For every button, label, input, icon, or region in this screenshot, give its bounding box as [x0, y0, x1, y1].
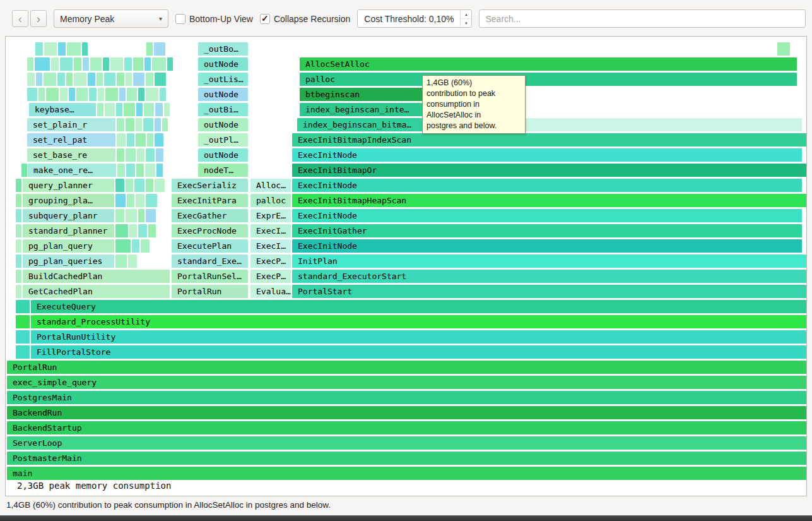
- flame-frame[interactable]: [146, 148, 155, 162]
- flame-frame[interactable]: _outBi…: [198, 103, 248, 116]
- flame-frame[interactable]: [83, 57, 89, 71]
- flame-frame[interactable]: BuildCachedPlan: [23, 270, 170, 283]
- flame-frame[interactable]: _outPl…: [198, 133, 248, 147]
- flame-frame[interactable]: [117, 148, 124, 162]
- flame-frame[interactable]: ExprE…: [250, 209, 291, 222]
- flame-frame[interactable]: [513, 118, 802, 131]
- flame-frame[interactable]: subquery_planr: [23, 209, 114, 222]
- flame-frame[interactable]: [90, 57, 102, 71]
- forward-button[interactable]: ›: [30, 10, 47, 27]
- flame-frame[interactable]: ExecP…: [250, 270, 291, 283]
- flame-frame[interactable]: [127, 194, 134, 207]
- flame-frame[interactable]: [117, 133, 126, 147]
- flame-frame[interactable]: [16, 315, 30, 328]
- flame-frame[interactable]: [127, 88, 137, 101]
- flame-frame[interactable]: ExecInitBitmapIndexScan: [292, 133, 806, 147]
- flame-frame[interactable]: [116, 103, 122, 116]
- spin-down-button[interactable]: ▼: [461, 19, 471, 27]
- flame-frame[interactable]: [155, 179, 165, 192]
- flame-frame[interactable]: [16, 209, 21, 222]
- flame-frame[interactable]: [105, 88, 118, 101]
- flame-frame[interactable]: [27, 57, 33, 71]
- checkbox-box[interactable]: ✓: [260, 14, 270, 24]
- flame-frame[interactable]: AllocSetAlloc: [300, 57, 797, 71]
- flame-frame[interactable]: [67, 42, 81, 56]
- flame-frame[interactable]: [104, 73, 115, 86]
- flame-frame[interactable]: PortalRunUtility: [31, 330, 806, 344]
- flame-frame[interactable]: [16, 300, 30, 313]
- flame-frame[interactable]: [110, 57, 123, 71]
- flame-frame[interactable]: [126, 73, 132, 86]
- flame-frame[interactable]: [129, 224, 137, 237]
- flame-frame[interactable]: PostgresMain: [7, 391, 806, 404]
- flame-frame[interactable]: [127, 133, 134, 147]
- flame-frame[interactable]: standard_Exe…: [172, 255, 248, 268]
- flame-frame[interactable]: ExecuteQuery: [31, 300, 806, 313]
- flame-frame[interactable]: query_planner: [23, 179, 114, 192]
- flame-frame[interactable]: [138, 224, 147, 237]
- flame-frame[interactable]: ExecInitGather: [292, 224, 802, 237]
- flame-frame[interactable]: [66, 73, 73, 86]
- flame-frame[interactable]: [144, 103, 154, 116]
- flame-frame[interactable]: exec_simple_query: [7, 376, 806, 389]
- flame-frame[interactable]: ServerLoop: [7, 436, 806, 450]
- flame-frame[interactable]: [136, 164, 144, 177]
- flame-frame[interactable]: keybase…: [29, 103, 96, 116]
- flame-frame[interactable]: PortalRun: [7, 361, 806, 374]
- flame-frame[interactable]: [60, 57, 73, 71]
- flame-frame[interactable]: ExecInitBitmapOr: [292, 164, 806, 177]
- flame-frame[interactable]: [156, 148, 163, 162]
- flame-frame[interactable]: [21, 164, 27, 177]
- flame-frame[interactable]: [137, 148, 144, 162]
- flame-frame[interactable]: [46, 88, 59, 101]
- flame-frame[interactable]: [97, 73, 103, 86]
- flame-frame[interactable]: [82, 42, 88, 56]
- flame-frame[interactable]: [115, 209, 124, 222]
- flame-frame[interactable]: [167, 57, 173, 71]
- flame-frame[interactable]: [143, 118, 153, 131]
- flame-frame[interactable]: [141, 239, 150, 253]
- flame-frame[interactable]: [58, 42, 66, 56]
- collapse-recursion-checkbox[interactable]: ✓ Collapse Recursion: [260, 14, 350, 24]
- flame-frame[interactable]: [117, 73, 124, 86]
- flame-frame[interactable]: [76, 88, 88, 101]
- flame-frame[interactable]: [35, 42, 43, 56]
- flame-frame[interactable]: [16, 194, 21, 207]
- flame-frame[interactable]: ExecInitNode: [292, 239, 802, 253]
- flame-frame[interactable]: [146, 179, 153, 192]
- flame-frame[interactable]: PortalRunSel…: [172, 270, 248, 283]
- flame-frame[interactable]: [152, 57, 166, 71]
- flame-frame[interactable]: [136, 194, 144, 207]
- flame-frame[interactable]: [57, 73, 65, 86]
- flame-frame[interactable]: [36, 73, 42, 86]
- search-input[interactable]: [479, 9, 806, 28]
- flame-frame[interactable]: [136, 133, 146, 147]
- flame-frame[interactable]: [27, 73, 35, 86]
- flame-frame[interactable]: [115, 224, 128, 237]
- flame-frame[interactable]: [126, 148, 136, 162]
- flame-frame[interactable]: [160, 88, 166, 101]
- flame-frame[interactable]: set_plain_r: [27, 118, 115, 131]
- flame-frame[interactable]: [777, 42, 790, 56]
- flame-frame[interactable]: [44, 42, 57, 56]
- flame-frame[interactable]: _outBo…: [198, 42, 248, 56]
- flame-frame[interactable]: PostmasterMain: [7, 452, 806, 465]
- flame-frame[interactable]: [138, 88, 144, 101]
- flame-frame[interactable]: ExecGather: [172, 209, 248, 222]
- flame-frame[interactable]: [97, 103, 103, 116]
- flame-frame[interactable]: [115, 194, 126, 207]
- flame-frame[interactable]: ExecInitPara: [172, 194, 248, 207]
- flame-frame[interactable]: [16, 224, 21, 237]
- flame-frame[interactable]: standard_ExecutorStart: [292, 270, 806, 283]
- flame-frame[interactable]: [124, 103, 135, 116]
- flame-frame[interactable]: [60, 88, 68, 101]
- flame-frame[interactable]: [147, 133, 153, 147]
- flame-frame[interactable]: [155, 103, 163, 116]
- checkbox-box[interactable]: ✓: [175, 14, 185, 24]
- flame-frame[interactable]: outNode: [198, 88, 248, 101]
- flame-frame[interactable]: [138, 209, 144, 222]
- flame-frame[interactable]: set_base_re: [27, 148, 115, 162]
- flame-frame[interactable]: palloc: [300, 73, 797, 86]
- spin-up-button[interactable]: ▲: [461, 10, 471, 19]
- flame-frame[interactable]: BackendStartup: [7, 421, 806, 434]
